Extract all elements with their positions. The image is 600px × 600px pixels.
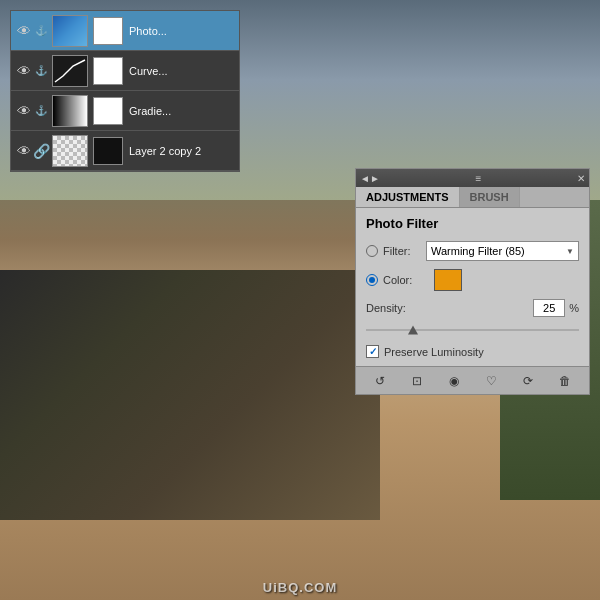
panel-title: Photo Filter: [366, 216, 579, 231]
density-row: Density: 25 %: [366, 299, 579, 317]
select-button[interactable]: ⊡: [406, 371, 428, 391]
visibility-button[interactable]: ◉: [443, 371, 465, 391]
filter-row: Filter: Warming Filter (85) ▼: [366, 241, 579, 261]
eye-icon[interactable]: 👁: [15, 102, 33, 120]
tab-brush[interactable]: BRUSH: [460, 187, 520, 207]
preserve-luminosity-label: Preserve Luminosity: [384, 346, 484, 358]
link-icon: ⚓: [33, 103, 49, 119]
density-unit: %: [569, 302, 579, 314]
panel-arrows[interactable]: ◄►: [360, 173, 380, 184]
panel-tabs: ADJUSTMENTS BRUSH: [356, 187, 589, 208]
refresh-button[interactable]: ⟳: [517, 371, 539, 391]
eye-icon[interactable]: 👁: [15, 142, 33, 160]
panel-toolbar: ↺ ⊡ ◉ ♡ ⟳ 🗑: [356, 366, 589, 394]
filter-label: Filter:: [383, 245, 421, 257]
layer-row[interactable]: 👁 ⚓ Photo...: [11, 11, 239, 51]
link-icon: ⚓: [33, 23, 49, 39]
layer-thumbnail: [52, 135, 88, 167]
layer-row[interactable]: 👁 🔗 Layer 2 copy 2: [11, 131, 239, 171]
adjustments-panel: ◄► ≡ ✕ ADJUSTMENTS BRUSH Photo Filter Fi…: [355, 168, 590, 395]
dropdown-value: Warming Filter (85): [431, 245, 525, 257]
reset-button[interactable]: ↺: [369, 371, 391, 391]
tab-adjustments[interactable]: ADJUSTMENTS: [356, 187, 460, 207]
preserve-luminosity-row: Preserve Luminosity: [366, 345, 579, 358]
eye-icon[interactable]: 👁: [15, 62, 33, 80]
slider-thumb: [408, 326, 418, 335]
delete-button[interactable]: 🗑: [554, 371, 576, 391]
link-icon: ⚓: [33, 63, 49, 79]
filter-dropdown[interactable]: Warming Filter (85) ▼: [426, 241, 579, 261]
chevron-down-icon: ▼: [566, 247, 574, 256]
layer-row[interactable]: 👁 ⚓ Gradie...: [11, 91, 239, 131]
layers-panel: 👁 ⚓ Photo... 👁 ⚓ Curve... 👁 ⚓ Gradie...: [10, 10, 240, 172]
layer-thumbnail: [52, 15, 88, 47]
panel-close-button[interactable]: ✕: [577, 173, 585, 184]
panel-content: Photo Filter Filter: Warming Filter (85)…: [356, 208, 589, 366]
panel-menu-icon[interactable]: ≡: [475, 173, 481, 184]
slider-track: [366, 329, 579, 331]
link-icon: 🔗: [33, 143, 49, 159]
layer-name: Gradie...: [125, 105, 235, 117]
layer-mask: [93, 57, 123, 85]
layer-mask: [93, 17, 123, 45]
color-swatch[interactable]: [434, 269, 462, 291]
crocodile-area: [0, 270, 380, 520]
density-label: Density:: [366, 302, 421, 314]
preserve-luminosity-checkbox[interactable]: [366, 345, 379, 358]
density-slider[interactable]: [366, 323, 579, 337]
favorite-button[interactable]: ♡: [480, 371, 502, 391]
layer-name: Photo...: [125, 25, 235, 37]
layer-mask: [93, 137, 123, 165]
layer-mask: [93, 97, 123, 125]
layer-row[interactable]: 👁 ⚓ Curve...: [11, 51, 239, 91]
density-value[interactable]: 25: [533, 299, 565, 317]
filter-radio[interactable]: [366, 245, 378, 257]
layer-thumbnail: [52, 95, 88, 127]
color-radio[interactable]: [366, 274, 378, 286]
panel-titlebar: ◄► ≡ ✕: [356, 169, 589, 187]
color-label: Color:: [383, 274, 421, 286]
layer-thumbnail: [52, 55, 88, 87]
eye-icon[interactable]: 👁: [15, 22, 33, 40]
layer-name: Curve...: [125, 65, 235, 77]
color-row: Color:: [366, 269, 579, 291]
layer-name: Layer 2 copy 2: [125, 145, 235, 157]
watermark: UiBQ.COM: [263, 580, 337, 595]
